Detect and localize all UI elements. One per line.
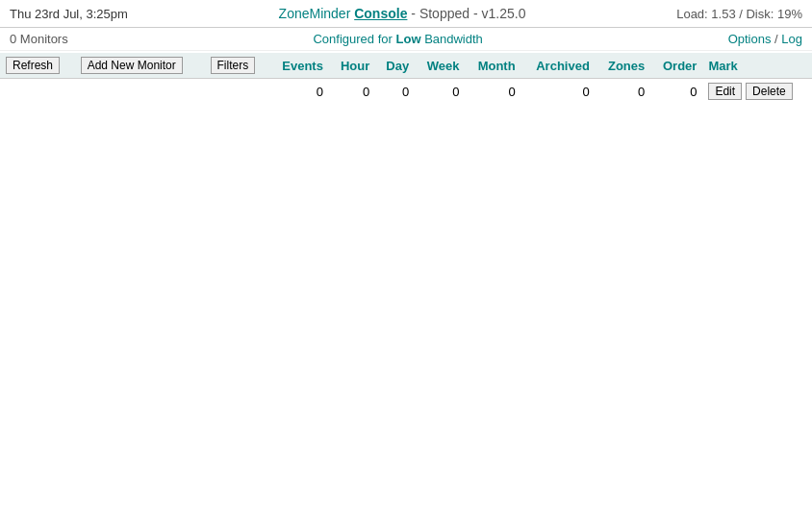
edit-button[interactable]: Edit [708,83,742,100]
section-title[interactable]: Console [354,6,407,21]
col-header-mark: Mark [702,53,812,79]
filters-button[interactable]: Filters [211,57,256,74]
col-header-archived: Archived [521,53,596,79]
delete-button[interactable]: Delete [746,83,793,100]
col-header-zones: Zones [596,53,650,79]
cell-hour: 0 [329,79,375,105]
options-link[interactable]: Options [728,32,772,46]
cell-actions: Edit Delete [702,79,812,105]
configured-text: Configured for [313,32,392,46]
cell-archived: 0 [521,79,596,105]
cell-name [0,79,75,105]
status-text: Stopped [419,6,469,21]
bandwidth-info: Configured for Low Bandwidth [313,32,482,46]
app-title: ZoneMinder Console - Stopped - v1.25.0 [279,6,526,21]
cell-order: 0 [650,79,702,105]
col-header-events: Events [269,53,329,79]
refresh-button[interactable]: Refresh [6,57,60,74]
datetime: Thu 23rd Jul, 3:25pm [10,7,128,21]
col-header-hour: Hour [329,53,375,79]
table-row: 0 0 0 0 0 0 0 0 Edit Delete [0,79,812,105]
col-header-week: Week [415,53,465,79]
col-header-name: Refresh [0,53,75,79]
app-name: ZoneMinder [279,6,351,21]
col-header-function: Add New Monitor [75,53,205,79]
col-header-month: Month [465,53,520,79]
log-link[interactable]: Log [781,32,802,46]
version-text: v1.25.0 [482,6,526,21]
add-monitor-button[interactable]: Add New Monitor [81,57,183,74]
bandwidth-label: Bandwidth [424,32,483,46]
cell-month: 0 [465,79,520,105]
col-header-source: Filters [205,53,269,79]
monitors-count: 0 Monitors [10,32,68,46]
cell-function [75,79,205,105]
cell-day: 0 [375,79,415,105]
col-header-day: Day [375,53,415,79]
bandwidth-level[interactable]: Low [396,32,421,46]
system-stats: Load: 1.53 / Disk: 19% [676,7,802,21]
cell-week: 0 [415,79,465,105]
col-header-order: Order [650,53,702,79]
cell-zones: 0 [596,79,650,105]
cell-source [205,79,269,105]
options-log: Options / Log [728,32,802,46]
cell-events: 0 [269,79,329,105]
